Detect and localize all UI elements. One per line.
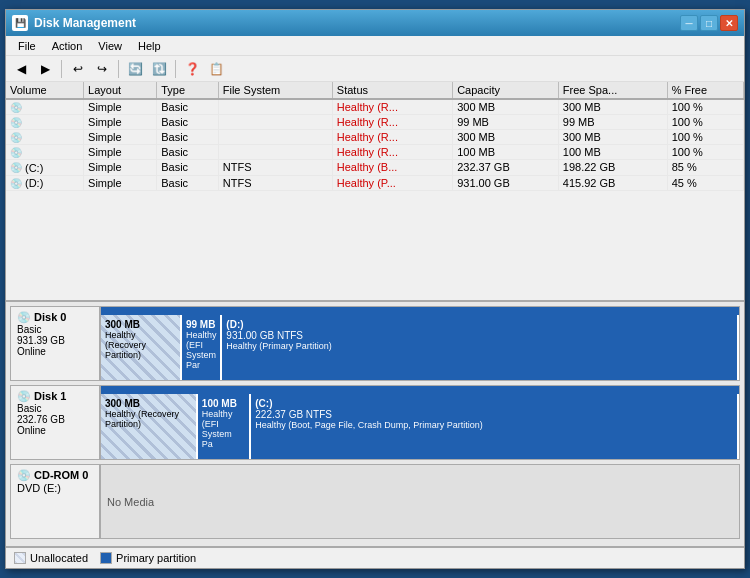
col-layout[interactable]: Layout <box>84 82 157 99</box>
help-button[interactable]: ❓ <box>181 58 203 80</box>
cell-volume: 💿(C:) <box>6 160 84 176</box>
minimize-button[interactable]: ─ <box>680 15 698 31</box>
cell-free: 300 MB <box>558 130 667 145</box>
title-bar: 💾 Disk Management ─ □ ✕ <box>6 10 744 36</box>
partition-name-0-2: 931.00 GB NTFS <box>226 330 733 341</box>
cell-fs <box>218 115 332 130</box>
redo-button[interactable]: ↪ <box>91 58 113 80</box>
cell-fs <box>218 99 332 115</box>
cell-volume: 💿 <box>6 130 84 145</box>
legend-primary-label: Primary partition <box>116 552 196 564</box>
title-bar-left: 💾 Disk Management <box>12 15 136 31</box>
cell-layout: Simple <box>84 115 157 130</box>
cell-fs <box>218 145 332 160</box>
col-volume[interactable]: Volume <box>6 82 84 99</box>
partition-size-0-0: 300 MB <box>105 319 176 330</box>
partition-0-0[interactable]: 300 MBHealthy (Recovery Partition) <box>101 307 182 380</box>
partition-0-1[interactable]: 99 MBHealthy (EFI System Par <box>182 307 222 380</box>
cell-free: 100 MB <box>558 145 667 160</box>
cell-pct: 45 % <box>667 175 743 191</box>
properties-button[interactable]: 📋 <box>205 58 227 80</box>
disk-row-0: 💿 Disk 0 Basic 931.39 GB Online 300 MBHe… <box>10 306 740 381</box>
refresh-button[interactable]: 🔄 <box>124 58 146 80</box>
app-icon: 💾 <box>12 15 28 31</box>
cell-type: Basic <box>157 175 219 191</box>
cell-capacity: 931.00 GB <box>453 175 559 191</box>
disk-label-0: 💿 Disk 0 Basic 931.39 GB Online <box>11 307 101 380</box>
menu-file[interactable]: File <box>10 38 44 54</box>
partition-size-1-2: (C:) <box>255 398 733 409</box>
table-row[interactable]: 💿SimpleBasicHealthy (R...99 MB99 MB100 % <box>6 115 744 130</box>
legend-unalloc-label: Unallocated <box>30 552 88 564</box>
forward-button[interactable]: ▶ <box>34 58 56 80</box>
table-row[interactable]: 💿(C:)SimpleBasicNTFSHealthy (B...232.37 … <box>6 160 744 176</box>
menu-action[interactable]: Action <box>44 38 91 54</box>
col-capacity[interactable]: Capacity <box>453 82 559 99</box>
partition-size-0-1: 99 MB <box>186 319 216 330</box>
disk-status-1: Online <box>17 425 93 436</box>
cell-status: Healthy (R... <box>332 145 452 160</box>
partition-status-1-0: Healthy (Recovery Partition) <box>105 409 192 429</box>
table-row[interactable]: 💿SimpleBasicHealthy (R...100 MB100 MB100… <box>6 145 744 160</box>
col-type[interactable]: Type <box>157 82 219 99</box>
cell-free: 415.92 GB <box>558 175 667 191</box>
partition-1-0[interactable]: 300 MBHealthy (Recovery Partition) <box>101 386 198 459</box>
table-row[interactable]: 💿SimpleBasicHealthy (R...300 MB300 MB100… <box>6 99 744 115</box>
partition-size-0-2: (D:) <box>226 319 733 330</box>
cell-fs: NTFS <box>218 175 332 191</box>
partition-1-1[interactable]: 100 MBHealthy (EFI System Pa <box>198 386 251 459</box>
disk-partitions-1: 300 MBHealthy (Recovery Partition)100 MB… <box>101 386 739 459</box>
partition-status-1-1: Healthy (EFI System Pa <box>202 409 245 449</box>
legend-primary: Primary partition <box>100 552 196 564</box>
table-row[interactable]: 💿SimpleBasicHealthy (R...300 MB300 MB100… <box>6 130 744 145</box>
back-button[interactable]: ◀ <box>10 58 32 80</box>
volume-table-pane: Volume Layout Type File System Status Ca… <box>6 82 744 302</box>
rescan-button[interactable]: 🔃 <box>148 58 170 80</box>
legend-primary-box <box>100 552 112 564</box>
cell-type: Basic <box>157 99 219 115</box>
cell-capacity: 232.37 GB <box>453 160 559 176</box>
cell-status: Healthy (R... <box>332 115 452 130</box>
partition-1-2[interactable]: (C:)222.37 GB NTFSHealthy (Boot, Page Fi… <box>251 386 739 459</box>
window-title: Disk Management <box>34 16 136 30</box>
cell-type: Basic <box>157 160 219 176</box>
partition-status-0-0: Healthy (Recovery Partition) <box>105 330 176 360</box>
cell-status: Healthy (B... <box>332 160 452 176</box>
cell-fs <box>218 130 332 145</box>
disk-type-0: Basic <box>17 324 93 335</box>
col-status[interactable]: Status <box>332 82 452 99</box>
maximize-button[interactable]: □ <box>700 15 718 31</box>
menu-help[interactable]: Help <box>130 38 169 54</box>
cell-layout: Simple <box>84 145 157 160</box>
disk-type-1: Basic <box>17 403 93 414</box>
toolbar: ◀ ▶ ↩ ↪ 🔄 🔃 ❓ 📋 <box>6 56 744 82</box>
cell-capacity: 300 MB <box>453 99 559 115</box>
col-free[interactable]: Free Spa... <box>558 82 667 99</box>
cdrom-status: No Media <box>107 496 154 508</box>
cell-volume: 💿(D:) <box>6 175 84 191</box>
table-row[interactable]: 💿(D:)SimpleBasicNTFSHealthy (P...931.00 … <box>6 175 744 191</box>
cell-free: 99 MB <box>558 115 667 130</box>
col-fs[interactable]: File System <box>218 82 332 99</box>
disk-size-1: 232.76 GB <box>17 414 93 425</box>
cdrom-body: No Media <box>101 465 739 538</box>
cell-pct: 100 % <box>667 130 743 145</box>
title-controls: ─ □ ✕ <box>680 15 738 31</box>
cdrom-name: 💿 CD-ROM 0 <box>17 469 88 481</box>
cell-layout: Simple <box>84 99 157 115</box>
toolbar-sep-2 <box>118 60 119 78</box>
partition-name-1-2: 222.37 GB NTFS <box>255 409 733 420</box>
col-pct[interactable]: % Free <box>667 82 743 99</box>
cell-type: Basic <box>157 130 219 145</box>
cell-status: Healthy (P... <box>332 175 452 191</box>
partition-0-2[interactable]: (D:)931.00 GB NTFSHealthy (Primary Parti… <box>222 307 739 380</box>
undo-button[interactable]: ↩ <box>67 58 89 80</box>
cell-pct: 100 % <box>667 115 743 130</box>
disk-label-1: 💿 Disk 1 Basic 232.76 GB Online <box>11 386 101 459</box>
menu-view[interactable]: View <box>90 38 130 54</box>
close-button[interactable]: ✕ <box>720 15 738 31</box>
menubar: File Action View Help <box>6 36 744 56</box>
disk-row-1: 💿 Disk 1 Basic 232.76 GB Online 300 MBHe… <box>10 385 740 460</box>
cell-layout: Simple <box>84 160 157 176</box>
cell-free: 300 MB <box>558 99 667 115</box>
